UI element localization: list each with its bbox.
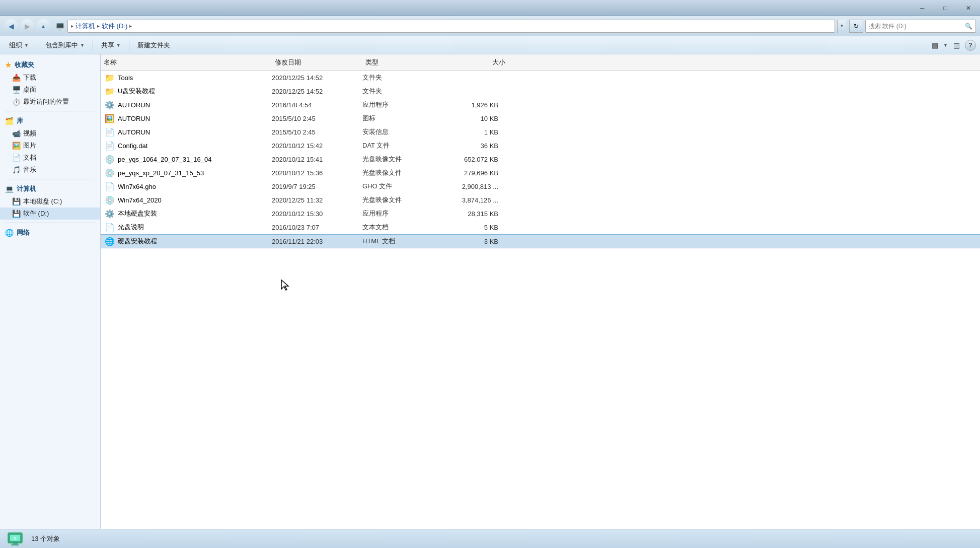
- sidebar-favorites-header[interactable]: ★ 收藏夹: [0, 58, 100, 72]
- help-button[interactable]: ?: [965, 40, 976, 51]
- sidebar-item-image[interactable]: 🖼️ 图片: [0, 140, 100, 152]
- table-row[interactable]: ⚙️ 本地硬盘安装 2020/10/12 15:30 应用程序 28,315 K…: [101, 207, 980, 221]
- sidebar-item-recent[interactable]: ⏱️ 最近访问的位置: [0, 96, 100, 108]
- file-type: 文件夹: [362, 87, 443, 96]
- organize-arrow-icon: ▼: [24, 43, 29, 48]
- music-icon: 🎵: [12, 166, 20, 174]
- table-row[interactable]: 💿 pe_yqs_xp_20_07_31_15_53 2020/10/12 15…: [101, 166, 980, 180]
- close-button[interactable]: ✕: [957, 0, 980, 16]
- file-icon: 📁: [105, 86, 115, 96]
- up-button[interactable]: ▲: [36, 19, 50, 33]
- table-row[interactable]: 💿 Win7x64_2020 2020/12/25 11:32 光盘映像文件 3…: [101, 193, 980, 207]
- breadcrumb-sep3: ▸: [129, 23, 132, 29]
- sidebar-network-header[interactable]: 🌐 网络: [0, 226, 100, 239]
- new-folder-button[interactable]: 新建文件夹: [132, 38, 175, 52]
- table-row[interactable]: 💿 pe_yqs_1064_20_07_31_16_04 2020/10/12 …: [101, 153, 980, 166]
- preview-pane-button[interactable]: ▥: [950, 39, 963, 52]
- file-icon: 📁: [105, 73, 115, 83]
- refresh-button[interactable]: ↻: [849, 20, 863, 33]
- file-date: 2016/11/21 22:03: [272, 238, 362, 245]
- image-label: 图片: [23, 141, 36, 150]
- file-type: 光盘映像文件: [362, 168, 443, 177]
- recent-label: 最近访问的位置: [23, 97, 69, 106]
- file-name-text: AUTORUN: [118, 115, 150, 122]
- file-icon: 📄: [105, 181, 115, 191]
- video-label: 视频: [23, 129, 36, 138]
- file-area: 名称 修改日期 类型 大小 📁 Tools 2020/12/25 14:52 文…: [101, 54, 980, 529]
- sidebar-computer-header[interactable]: 💻 计算机: [0, 182, 100, 195]
- file-type: 文本文档: [362, 223, 443, 232]
- sidebar-item-desktop[interactable]: 🖥️ 桌面: [0, 84, 100, 96]
- share-arrow-icon: ▼: [116, 43, 121, 48]
- table-row[interactable]: 📄 光盘说明 2016/10/23 7:07 文本文档 5 KB: [101, 221, 980, 234]
- toolbar: 组织 ▼ 包含到库中 ▼ 共享 ▼ 新建文件夹 ▤ ▼ ▥ ?: [0, 36, 980, 54]
- col-date-header[interactable]: 修改日期: [272, 56, 362, 68]
- file-date: 2020/10/12 15:30: [272, 210, 362, 218]
- statusbar: D 13 个对象: [0, 529, 980, 548]
- breadcrumb-drive[interactable]: 软件 (D:): [102, 22, 127, 31]
- titlebar: ─ □ ✕: [0, 0, 980, 16]
- file-list-header: 名称 修改日期 类型 大小: [101, 54, 980, 71]
- svg-rect-2: [13, 543, 18, 544]
- table-row[interactable]: 📄 AUTORUN 2015/5/10 2:45 安装信息 1 KB: [101, 125, 980, 139]
- network-label: 网络: [17, 228, 30, 237]
- table-row[interactable]: ⚙️ AUTORUN 2016/1/8 4:54 应用程序 1,926 KB: [101, 98, 980, 112]
- col-size-header[interactable]: 大小: [443, 56, 508, 68]
- table-row[interactable]: 📄 Config.dat 2020/10/12 15:42 DAT 文件 36 …: [101, 139, 980, 153]
- addressbar: ◀ ▶ ▲ 💻 ▸ 计算机 ▸ 软件 (D:) ▸ ▼ ↻ 🔍: [0, 16, 980, 36]
- table-row[interactable]: 📁 Tools 2020/12/25 14:52 文件夹: [101, 71, 980, 85]
- include-arrow-icon: ▼: [80, 43, 85, 48]
- organize-button[interactable]: 组织 ▼: [4, 38, 34, 52]
- recent-icon: ⏱️: [12, 98, 20, 106]
- col-name-header[interactable]: 名称: [101, 56, 272, 68]
- file-name-text: Tools: [118, 74, 133, 82]
- table-row[interactable]: 📄 Win7x64.gho 2019/9/7 19:25 GHO 文件 2,90…: [101, 180, 980, 193]
- breadcrumb-computer[interactable]: 计算机: [76, 22, 95, 31]
- breadcrumb-bar: ▸ 计算机 ▸ 软件 (D:) ▸: [67, 20, 835, 33]
- file-type: 光盘映像文件: [362, 195, 443, 204]
- titlebar-buttons: ─ □ ✕: [911, 0, 980, 16]
- breadcrumb-separator: ▸: [71, 23, 73, 29]
- main-container: ★ 收藏夹 📥 下载 🖥️ 桌面 ⏱️ 最近访问的位置 🗂️ 库 📹 视频 🖼️…: [0, 54, 980, 529]
- col-type-header[interactable]: 类型: [362, 56, 443, 68]
- file-type: GHO 文件: [362, 182, 443, 191]
- forward-button[interactable]: ▶: [20, 19, 34, 33]
- share-button[interactable]: 共享 ▼: [96, 38, 126, 52]
- sidebar-item-video[interactable]: 📹 视频: [0, 127, 100, 140]
- search-input[interactable]: [869, 23, 963, 30]
- file-icon: 💿: [105, 154, 115, 164]
- favorites-label: 收藏夹: [15, 60, 34, 70]
- sidebar-item-local-c[interactable]: 💾 本地磁盘 (C:): [0, 195, 100, 208]
- file-date: 2020/12/25 11:32: [272, 196, 362, 204]
- address-dropdown-button[interactable]: ▼: [837, 20, 846, 33]
- view-toggle-button[interactable]: ▤: [928, 39, 941, 52]
- sidebar-item-soft-d[interactable]: 💾 软件 (D:): [0, 208, 100, 220]
- sidebar-item-doc[interactable]: 📄 文档: [0, 152, 100, 164]
- file-icon: 🌐: [105, 236, 115, 246]
- table-row[interactable]: 🌐 硬盘安装教程 2016/11/21 22:03 HTML 文档 3 KB: [101, 234, 980, 248]
- file-size: 28,315 KB: [443, 210, 508, 218]
- toolbar-right: ▤ ▼ ▥ ?: [928, 39, 976, 52]
- table-row[interactable]: 🖼️ AUTORUN 2015/5/10 2:45 图标 10 KB: [101, 112, 980, 125]
- back-button[interactable]: ◀: [4, 19, 18, 33]
- view-dropdown-icon: ▼: [943, 43, 948, 48]
- include-library-button[interactable]: 包含到库中 ▼: [40, 38, 90, 52]
- sidebar-item-music[interactable]: 🎵 音乐: [0, 164, 100, 176]
- table-row[interactable]: 📁 U盘安装教程 2020/12/25 14:52 文件夹: [101, 85, 980, 98]
- sidebar-library-header[interactable]: 🗂️ 库: [0, 114, 100, 127]
- file-icon: 📄: [105, 222, 115, 232]
- soft-d-label: 软件 (D:): [23, 209, 49, 218]
- share-label: 共享: [101, 41, 114, 50]
- music-label: 音乐: [23, 165, 36, 174]
- maximize-button[interactable]: □: [934, 0, 957, 16]
- sidebar: ★ 收藏夹 📥 下载 🖥️ 桌面 ⏱️ 最近访问的位置 🗂️ 库 📹 视频 🖼️…: [0, 54, 101, 529]
- svg-text:D: D: [14, 536, 17, 540]
- file-date: 2016/1/8 4:54: [272, 101, 362, 109]
- file-icon: 📄: [105, 127, 115, 137]
- minimize-button[interactable]: ─: [911, 0, 934, 16]
- file-size: 36 KB: [443, 142, 508, 150]
- file-icon: ⚙️: [105, 209, 115, 219]
- sidebar-item-download[interactable]: 📥 下载: [0, 72, 100, 84]
- desktop-label: 桌面: [23, 85, 36, 94]
- breadcrumb-sep2: ▸: [97, 23, 100, 29]
